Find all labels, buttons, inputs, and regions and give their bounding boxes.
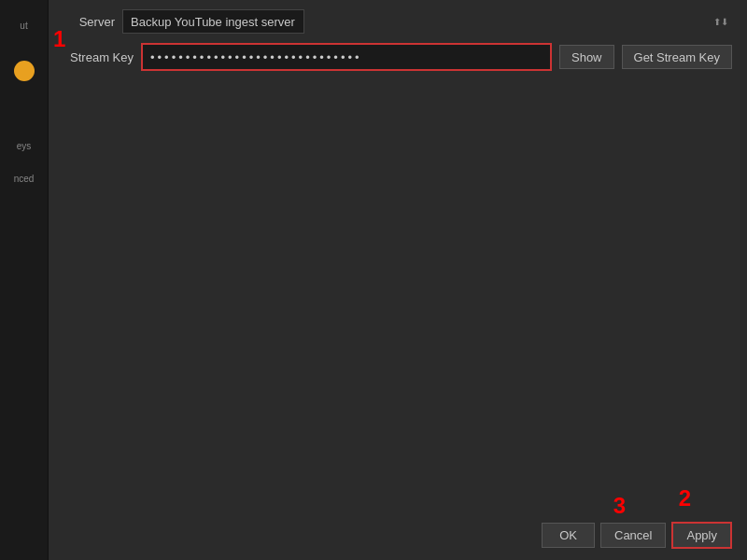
show-button[interactable]: Show <box>559 45 614 69</box>
main-content: Server Backup YouTube ingest server Stre… <box>49 0 747 560</box>
stream-key-row: Stream Key Show Get Stream Key <box>63 43 732 71</box>
server-select[interactable]: Backup YouTube ingest server <box>122 9 304 34</box>
server-row: Server Backup YouTube ingest server <box>63 9 732 34</box>
content-body <box>49 80 747 511</box>
settings-area: Server Backup YouTube ingest server Stre… <box>49 0 747 80</box>
server-label: Server <box>63 15 115 29</box>
cancel-button[interactable]: Cancel <box>600 523 666 548</box>
sidebar-item-ut[interactable]: ut <box>0 9 48 42</box>
server-select-wrapper: Backup YouTube ingest server <box>122 9 732 34</box>
sidebar: ut eys nced <box>0 0 49 560</box>
sidebar-item-keys[interactable]: eys <box>0 130 48 162</box>
bottom-bar: OK Cancel Apply <box>49 511 747 560</box>
sidebar-item-advanced[interactable]: nced <box>0 162 48 195</box>
sidebar-circle[interactable] <box>0 49 48 92</box>
stream-key-input-wrapper <box>141 43 552 71</box>
sidebar-item-advanced-label: nced <box>14 174 35 184</box>
stream-key-input[interactable] <box>143 45 550 69</box>
stream-key-label: Stream Key <box>63 50 134 64</box>
get-stream-key-button[interactable]: Get Stream Key <box>622 45 732 69</box>
ok-button[interactable]: OK <box>542 523 595 548</box>
sidebar-item-ut-label: ut <box>20 21 27 31</box>
sidebar-item-keys-label: eys <box>17 141 32 151</box>
sidebar-circle-icon <box>14 61 35 81</box>
apply-button[interactable]: Apply <box>671 522 732 549</box>
